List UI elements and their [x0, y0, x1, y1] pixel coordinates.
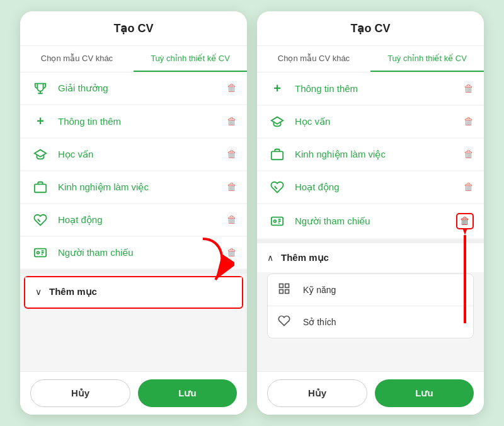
briefcase-icon-left [30, 180, 50, 194]
item-kinh-nghiem-label-right: Kinh nghiệm làm việc [295, 149, 464, 160]
panel-left: Tạo CV Chọn mẫu CV khác Tuỳ chỉnh thiết … [20, 11, 247, 415]
them-muc-left[interactable]: ∨ Thêm mục [25, 277, 242, 306]
delete-hoc-van-right[interactable]: 🗑 [464, 116, 474, 127]
cancel-button-left[interactable]: Hủy [30, 379, 130, 407]
submenu-so-thich[interactable]: Sở thích [268, 306, 473, 338]
delete-hoat-dong-right[interactable]: 🗑 [464, 181, 474, 193]
item-kinh-nghiem-left[interactable]: Kinh nghiệm làm việc 🗑 [20, 171, 247, 203]
graduation-icon-left [30, 147, 50, 161]
delete-kinh-nghiem-right[interactable]: 🗑 [464, 149, 474, 160]
heart-outline-icon [278, 314, 295, 330]
plus-icon-left: + [30, 114, 50, 129]
item-thong-tin-them-right[interactable]: + Thông tin thêm 🗑 [257, 72, 484, 105]
tab-chon-mau-right[interactable]: Chọn mẫu CV khác [257, 46, 370, 72]
delete-nguoi-tham-chieu-left[interactable]: 🗑 [227, 247, 237, 258]
tab-tuy-chinh-left[interactable]: Tuỳ chỉnh thiết kế CV [134, 46, 247, 72]
svg-rect-8 [285, 284, 289, 288]
tab-bar-right: Chọn mẫu CV khác Tuỳ chỉnh thiết kế CV [257, 46, 484, 72]
delete-nguoi-tham-chieu-right[interactable]: 🗑 [456, 213, 474, 229]
svg-rect-7 [280, 284, 284, 288]
item-hoat-dong-right[interactable]: Hoạt động 🗑 [257, 171, 484, 203]
item-thong-tin-them-label-right: Thông tin thêm [295, 83, 464, 94]
item-kinh-nghiem-label-left: Kinh nghiệm làm việc [58, 181, 227, 193]
item-nguoi-tham-chieu-left[interactable]: Người tham chiếu 🗑 [20, 237, 247, 268]
svg-rect-9 [280, 290, 284, 294]
item-hoat-dong-left[interactable]: Hoạt động 🗑 [20, 204, 247, 236]
delete-hoat-dong-left[interactable]: 🗑 [227, 214, 237, 226]
item-kinh-nghiem-right[interactable]: Kinh nghiệm làm việc 🗑 [257, 139, 484, 170]
delete-thong-tin-right[interactable]: 🗑 [464, 83, 474, 95]
item-hoat-dong-label-left: Hoạt động [58, 214, 227, 226]
footer-left: Hủy Lưu [20, 371, 247, 415]
svg-point-6 [274, 220, 277, 222]
item-thong-tin-them-left[interactable]: + Thông tin thêm 🗑 [20, 105, 247, 137]
item-hoc-van-label-right: Học vấn [295, 116, 464, 127]
item-hoat-dong-label-right: Hoạt động [295, 181, 464, 193]
ky-nang-label: Kỹ năng [303, 285, 336, 295]
svg-rect-1 [35, 249, 46, 257]
content-right: + Thông tin thêm 🗑 Học vấn 🗑 [257, 72, 484, 371]
delete-giai-thuong-left[interactable]: 🗑 [227, 83, 237, 94]
item-hoc-van-left[interactable]: Học vấn 🗑 [20, 139, 247, 170]
tab-bar-left: Chọn mẫu CV khác Tuỳ chỉnh thiết kế CV [20, 46, 247, 72]
id-card-icon-right [267, 214, 287, 228]
tab-chon-mau-left[interactable]: Chọn mẫu CV khác [20, 46, 134, 72]
submenu-ky-nang[interactable]: Kỹ năng [268, 274, 473, 306]
tab-tuy-chinh-right[interactable]: Tuỳ chỉnh thiết kế CV [370, 46, 484, 72]
them-muc-right[interactable]: ∧ Thêm mục [257, 243, 484, 272]
item-hoc-van-label-left: Học vấn [58, 149, 227, 160]
grid-icon [278, 282, 295, 297]
item-hoc-van-right[interactable]: Học vấn 🗑 [257, 106, 484, 137]
save-button-left[interactable]: Lưu [138, 379, 237, 407]
briefcase-icon-right [267, 147, 287, 161]
svg-rect-10 [285, 290, 289, 294]
chevron-down-icon-left: ∨ [35, 287, 42, 297]
item-thong-tin-them-label-left: Thông tin thêm [58, 116, 227, 127]
delete-thong-tin-left[interactable]: 🗑 [227, 116, 237, 127]
item-giai-thuong-left[interactable]: Giải thưởng 🗑 [20, 72, 247, 104]
them-muc-container-left: ∨ Thêm mục [24, 276, 243, 309]
heart-icon-left [30, 213, 50, 227]
heart-icon-right [267, 180, 287, 194]
svg-point-2 [37, 251, 40, 254]
panel-right: Tạo CV Chọn mẫu CV khác Tuỳ chỉnh thiết … [257, 11, 484, 415]
svg-rect-4 [272, 151, 283, 159]
so-thich-label: Sở thích [303, 317, 336, 327]
panel-right-header: Tạo CV [257, 11, 484, 46]
id-card-icon-left [30, 246, 50, 260]
delete-hoc-van-left[interactable]: 🗑 [227, 149, 237, 160]
item-nguoi-tham-chieu-label-right: Người tham chiếu [295, 216, 456, 227]
delete-kinh-nghiem-left[interactable]: 🗑 [227, 181, 237, 193]
them-muc-label-right: Thêm mục [281, 252, 329, 263]
content-left: Giải thưởng 🗑 + Thông tin thêm 🗑 Học vấn… [20, 72, 247, 371]
item-nguoi-tham-chieu-right[interactable]: Người tham chiếu 🗑 [257, 204, 484, 238]
submenu-right: Kỹ năng Sở thích [267, 273, 474, 338]
item-giai-thuong-label-left: Giải thưởng [58, 83, 227, 94]
item-nguoi-tham-chieu-label-left: Người tham chiếu [58, 247, 227, 258]
cancel-button-right[interactable]: Hủy [267, 379, 367, 407]
them-muc-label-left: Thêm mục [49, 286, 97, 297]
chevron-up-icon-right: ∧ [267, 253, 273, 263]
save-button-right[interactable]: Lưu [375, 379, 474, 407]
svg-rect-0 [35, 184, 46, 192]
graduation-icon-right [267, 115, 287, 129]
plus-icon-right: + [267, 81, 287, 96]
trophy-icon [30, 81, 50, 95]
panel-left-header: Tạo CV [20, 11, 247, 46]
footer-right: Hủy Lưu [257, 371, 484, 415]
